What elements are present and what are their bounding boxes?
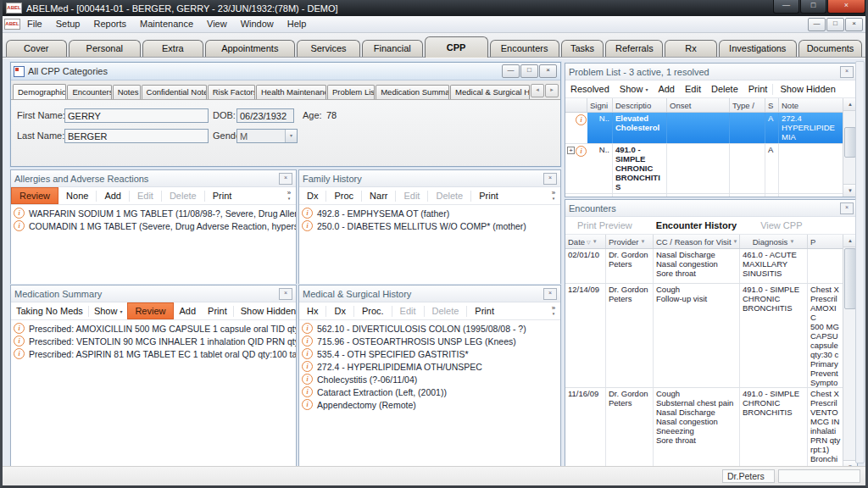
show-menu-button[interactable]: Show▾ <box>89 302 128 319</box>
tab-extra[interactable]: Extra <box>142 40 203 57</box>
toolbar-overflow-icon[interactable]: »▾ <box>282 190 296 202</box>
delete-button[interactable]: Delete <box>428 187 470 204</box>
menu-reports[interactable]: Reports <box>86 16 133 32</box>
tab-scroll-left-icon[interactable]: ◂ <box>531 84 544 97</box>
col-date[interactable]: Date▽▼ <box>565 235 606 248</box>
show-hidden-button[interactable]: Show Hidden <box>234 302 296 319</box>
list-item[interactable]: Appendectomy (Remote) <box>299 398 560 411</box>
cpp-tab-medical-surgical-history[interactable]: Medical & Surgical Hist <box>450 85 530 99</box>
dx-button[interactable]: Dx <box>299 187 326 204</box>
tab-tasks[interactable]: Tasks <box>561 40 604 57</box>
menu-setup[interactable]: Setup <box>49 16 87 32</box>
encounter-row[interactable]: 12/14/09 Dr. Gordon Peters Cough Follow-… <box>565 284 843 388</box>
tab-cover[interactable]: Cover <box>6 40 67 57</box>
mdi-minimize-button[interactable]: — <box>808 18 826 31</box>
col-significance[interactable]: Signi <box>587 98 613 112</box>
list-item[interactable]: 250.0 - DIABETES MELLITUS W/O COMP* (mot… <box>299 219 560 232</box>
tab-referrals[interactable]: Referrals <box>605 40 663 57</box>
edit-button[interactable]: Edit <box>680 80 706 97</box>
print-preview-button[interactable]: Print Preview <box>565 217 644 234</box>
col-provider[interactable]: Provider▼ <box>606 235 654 248</box>
tab-appointments[interactable]: Appointments <box>205 40 295 57</box>
menu-view[interactable]: View <box>200 16 234 32</box>
tab-investigations[interactable]: Investigations <box>719 40 797 57</box>
list-item[interactable]: 715.96 - OSTEOARTHROSIS UNSP LEG (Knees) <box>299 335 560 347</box>
cpp-tab-problem-list[interactable]: Problem List <box>327 85 375 99</box>
scrollbar-thumb[interactable] <box>844 127 856 158</box>
add-button[interactable]: Add <box>174 302 203 319</box>
medication-summary-close-icon[interactable]: × <box>279 288 292 300</box>
narr-button[interactable]: Narr <box>362 187 395 204</box>
cpp-tab-risk-factors[interactable]: Risk Factors <box>208 85 255 99</box>
mdi-restore-button[interactable]: □ <box>826 18 844 31</box>
list-item[interactable]: 272.4 - HYPERLIPIDEMIA OTH/UNSPEC <box>299 360 560 373</box>
allergies-close-icon[interactable]: × <box>279 173 292 185</box>
cpp-tab-notes[interactable]: Notes <box>113 85 141 99</box>
delete-button[interactable]: Delete <box>162 187 204 204</box>
list-item[interactable]: 535.4 - OTH SPECIFIED GASTRITIS* <box>299 347 560 360</box>
list-item[interactable]: Prescribed: ASPIRIN 81 MG TABLET EC 1 ta… <box>11 347 296 360</box>
resolved-button[interactable]: Resolved <box>565 80 615 97</box>
medical-history-close-icon[interactable]: × <box>543 288 557 300</box>
delete-button[interactable]: Delete <box>706 80 743 97</box>
proc-button[interactable]: Proc. <box>354 302 392 319</box>
close-button[interactable]: × <box>827 0 865 14</box>
encounter-row[interactable]: 02/01/10 Dr. Gordon Peters Nasal Dischar… <box>565 249 843 284</box>
col-notes[interactable]: P <box>808 235 843 248</box>
tab-cpp[interactable]: CPP <box>425 36 488 58</box>
problem-row[interactable]: + N.. 491.0 - SIMPLE CHRONIC BRONCHITIS … <box>565 144 843 194</box>
cpp-tab-medication-summary[interactable]: Medication Summary <box>376 85 449 99</box>
list-item[interactable]: Cholecystitis (?-06/11/04) <box>299 373 560 385</box>
cpp-minimize-button[interactable]: — <box>502 64 520 78</box>
taking-no-meds-button[interactable]: Taking No Meds <box>11 302 88 319</box>
last-name-field[interactable] <box>64 129 209 143</box>
col-description[interactable]: Descriptio <box>613 98 667 112</box>
review-button[interactable]: Review <box>11 187 58 204</box>
list-item[interactable]: Prescribed: AMOXICILLIN 500 MG CAPSULE 1… <box>11 322 296 335</box>
tab-personal[interactable]: Personal <box>69 40 141 57</box>
tab-services[interactable]: Services <box>297 40 360 57</box>
col-type[interactable]: Type / <box>730 98 765 112</box>
list-item[interactable]: 492.8 - EMPHYSEMA OT (father) <box>299 207 560 219</box>
print-button[interactable]: Print <box>202 302 233 319</box>
dob-field[interactable] <box>236 108 294 123</box>
hx-button[interactable]: Hx <box>299 302 326 319</box>
show-menu-button[interactable]: Show▾ <box>615 80 654 97</box>
print-button[interactable]: Print <box>743 80 773 97</box>
col-status[interactable]: S <box>765 98 779 112</box>
mdi-close-button[interactable]: × <box>845 18 863 31</box>
dropdown-arrow-icon[interactable]: ▾ <box>285 130 297 142</box>
edit-button[interactable]: Edit <box>130 187 161 204</box>
list-item[interactable]: Cataract Extraction (Left, (2001)) <box>299 385 560 398</box>
none-button[interactable]: None <box>58 187 96 204</box>
first-name-field[interactable] <box>64 108 209 123</box>
dx-button[interactable]: Dx <box>326 302 353 319</box>
show-hidden-button[interactable]: Show Hidden <box>773 80 842 97</box>
problem-row[interactable]: N.. Arthritis 04/11/96 Chronic A 715.96 <box>565 194 843 197</box>
tab-documents[interactable]: Documents <box>798 40 862 57</box>
tab-rx[interactable]: Rx <box>665 40 716 57</box>
encounter-row[interactable]: 11/16/09 Dr. Gordon Peters Cough Subster… <box>565 388 843 466</box>
print-button[interactable]: Print <box>467 302 502 319</box>
col-onset[interactable]: Onset <box>667 98 730 112</box>
toolbar-overflow-icon[interactable]: »▾ <box>547 190 560 202</box>
filter-icon[interactable]: ▼ <box>640 239 645 244</box>
list-item[interactable]: WARFARIN SODIUM 1 MG TABLET (11/08/98-?,… <box>11 207 296 219</box>
cpp-tab-demographics[interactable]: Demographics <box>13 84 66 100</box>
col-reason[interactable]: CC / Reason for Visit▼ <box>654 235 740 248</box>
maximize-button[interactable]: □ <box>800 0 826 14</box>
cpp-tab-confidential-notes[interactable]: Confidential Notes <box>142 85 207 99</box>
problem-list-close-icon[interactable]: × <box>840 66 854 78</box>
edit-button[interactable]: Edit <box>396 187 427 204</box>
cpp-tab-health-maintenance[interactable]: Health Maintenance <box>256 85 326 99</box>
encounter-history-button[interactable]: Encounter History <box>644 217 748 234</box>
menu-help[interactable]: Help <box>281 16 314 32</box>
filter-icon[interactable]: ▼ <box>733 239 738 244</box>
add-button[interactable]: Add <box>97 187 129 204</box>
view-cpp-button[interactable]: View CPP <box>748 217 814 234</box>
gender-select[interactable]: M ▾ <box>236 129 298 143</box>
add-button[interactable]: Add <box>653 80 680 97</box>
review-button[interactable]: Review <box>127 302 173 319</box>
encounters-close-icon[interactable]: × <box>840 202 854 214</box>
delete-button[interactable]: Delete <box>425 302 467 319</box>
